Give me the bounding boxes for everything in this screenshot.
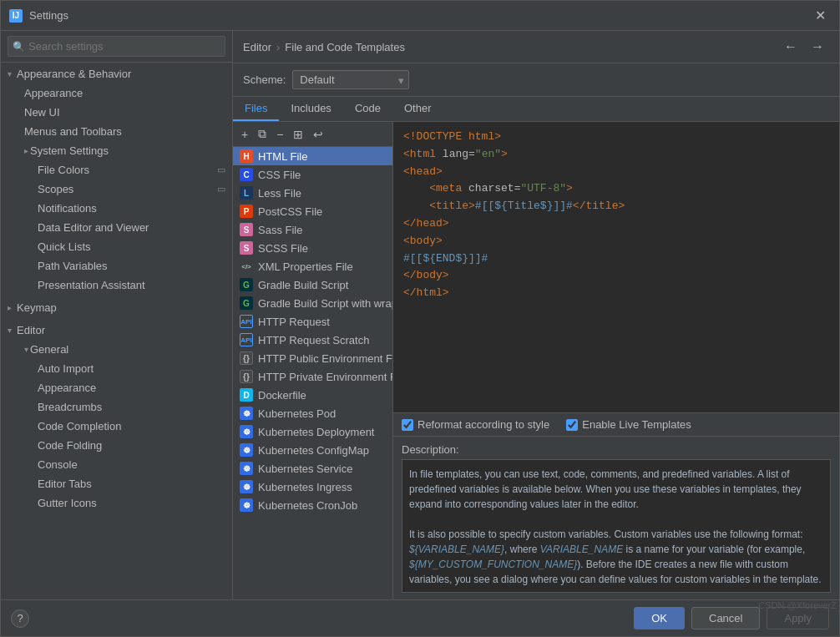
file-item-postcss[interactable]: PPostCSS File	[233, 202, 392, 220]
main-content: 🔍 ▾ Appearance & Behavior Appearance New…	[1, 31, 839, 599]
file-item-k8s-cronjob[interactable]: ☸Kubernetes CronJob	[233, 496, 392, 514]
file-label: Dockerfile	[258, 389, 306, 402]
file-item-gradle[interactable]: GGradle Build Script	[233, 276, 392, 294]
file-label: Kubernetes Ingress	[258, 481, 352, 493]
chevron-right-icon: ▸	[8, 303, 12, 312]
sidebar-item-editor[interactable]: ▾ Editor	[1, 321, 232, 340]
help-button[interactable]: ?	[11, 609, 29, 628]
chevron-right-icon: ▸	[24, 146, 28, 155]
ok-button[interactable]: OK	[634, 607, 685, 629]
file-item-k8s-ingress[interactable]: ☸Kubernetes Ingress	[233, 478, 392, 496]
file-label: HTTP Public Environment File	[258, 352, 392, 365]
sidebar-item-notifications[interactable]: Notifications	[1, 199, 232, 218]
sidebar-item-file-colors[interactable]: File Colors ▭	[1, 160, 232, 179]
file-item-k8s-configmap[interactable]: ☸Kubernetes ConfigMap	[233, 441, 392, 459]
file-item-less[interactable]: LLess File	[233, 184, 392, 202]
tab-code[interactable]: Code	[343, 97, 392, 121]
nav-section-editor: ▾ Editor ▾ General Auto Import Appearanc…	[1, 319, 232, 514]
sidebar-item-auto-import[interactable]: Auto Import	[1, 359, 232, 378]
close-button[interactable]: ✕	[810, 6, 831, 25]
sidebar-item-code-completion[interactable]: Code Completion	[1, 417, 232, 436]
file-icon-css: C	[240, 168, 253, 181]
live-templates-checkbox[interactable]	[566, 419, 578, 431]
sidebar-item-code-folding[interactable]: Code Folding	[1, 436, 232, 455]
remove-template-button[interactable]: −	[273, 126, 286, 143]
sidebar-item-breadcrumbs[interactable]: Breadcrumbs	[1, 397, 232, 417]
file-icon-http: {}	[240, 351, 253, 365]
sidebar-item-quick-lists[interactable]: Quick Lists	[1, 237, 232, 256]
sidebar-item-new-ui[interactable]: New UI	[1, 103, 232, 122]
file-item-http-request-scratch[interactable]: APIHTTP Request Scratch	[233, 331, 392, 349]
scheme-row: Scheme: Default Project	[233, 63, 839, 97]
tab-other[interactable]: Other	[392, 97, 443, 121]
chevron-down-icon: ▾	[24, 345, 28, 354]
panel-header: Editor › File and Code Templates ← →	[233, 31, 839, 63]
duplicate-template-button[interactable]: ⊞	[290, 126, 306, 143]
sidebar-item-system-settings[interactable]: ▸ System Settings	[1, 141, 232, 160]
back-button[interactable]: ←	[779, 38, 802, 56]
settings-dialog: IJ Settings ✕ 🔍 ▾ Appearance & Behavior	[0, 0, 840, 637]
cancel-button[interactable]: Cancel	[691, 607, 760, 629]
file-icon-html: H	[240, 149, 253, 163]
file-item-http-public[interactable]: {}HTTP Public Environment File	[233, 349, 392, 367]
sidebar-item-gutter-icons[interactable]: Gutter Icons	[1, 493, 232, 513]
title-bar: IJ Settings ✕	[1, 1, 839, 31]
scheme-select[interactable]: Default Project	[292, 70, 409, 89]
sidebar-item-general[interactable]: ▾ General	[1, 340, 232, 359]
sidebar-item-appearance[interactable]: Appearance	[1, 83, 232, 103]
nav-section-appearance-behavior: ▾ Appearance & Behavior Appearance New U…	[1, 63, 232, 296]
file-icon-api: API	[240, 333, 253, 346]
file-icon-k8s: ☸	[240, 425, 253, 438]
search-input[interactable]	[8, 36, 225, 57]
file-label: PostCSS File	[258, 205, 322, 218]
code-editor[interactable]: <!DOCTYPE html> <html lang="en"> <head> …	[393, 122, 839, 412]
description-box[interactable]: In file templates, you can use text, cod…	[402, 459, 831, 593]
reset-template-button[interactable]: ↩	[310, 126, 326, 143]
add-template-button[interactable]: +	[238, 126, 251, 143]
sidebar-item-editor-tabs[interactable]: Editor Tabs	[1, 474, 232, 493]
sidebar-item-menus-toolbars[interactable]: Menus and Toolbars	[1, 122, 232, 141]
forward-button[interactable]: →	[806, 38, 829, 56]
file-item-http-request[interactable]: APIHTTP Request	[233, 312, 392, 331]
tabs-row: Files Includes Code Other	[233, 97, 839, 122]
file-label: Kubernetes Service	[258, 463, 352, 475]
sidebar-item-scopes[interactable]: Scopes ▭	[1, 179, 232, 199]
file-item-scss[interactable]: SSCSS File	[233, 239, 392, 257]
file-icon-k8s: ☸	[240, 480, 253, 493]
sidebar-item-path-variables[interactable]: Path Variables	[1, 256, 232, 276]
live-templates-label[interactable]: Enable Live Templates	[566, 418, 691, 431]
file-label: HTTP Request	[258, 316, 330, 328]
sidebar-item-keymap[interactable]: ▸ Keymap	[1, 298, 232, 317]
sidebar-item-appearance-editor[interactable]: Appearance	[1, 378, 232, 397]
sidebar-item-data-editor[interactable]: Data Editor and Viewer	[1, 218, 232, 237]
file-item-gradle-wrap[interactable]: GGradle Build Script with wrap	[233, 294, 392, 312]
watermark: CSDN @XforeverZ	[755, 599, 840, 612]
file-item-dockerfile[interactable]: DDockerfile	[233, 386, 392, 404]
description-section: Description: In file templates, you can …	[393, 436, 839, 599]
file-item-k8s-pod[interactable]: ☸Kubernetes Pod	[233, 404, 392, 422]
tab-includes[interactable]: Includes	[279, 97, 342, 121]
file-icon-sass: S	[240, 223, 253, 236]
copy-template-button[interactable]: ⧉	[255, 125, 270, 143]
file-item-xml[interactable]: </>XML Properties File	[233, 257, 392, 276]
file-icon-xml: </>	[240, 260, 253, 273]
description-label: Description:	[402, 443, 831, 456]
reformat-checkbox[interactable]	[402, 419, 413, 431]
file-item-k8s-service[interactable]: ☸Kubernetes Service	[233, 459, 392, 478]
file-item-sass[interactable]: SSass File	[233, 220, 392, 239]
breadcrumb-separator: ›	[276, 41, 280, 53]
file-icon-gradle: G	[240, 278, 253, 291]
reformat-label[interactable]: Reformat according to style	[402, 418, 549, 431]
file-item-http-private[interactable]: {}HTTP Private Environment Fil	[233, 367, 392, 386]
sidebar-item-console[interactable]: Console	[1, 455, 232, 474]
file-icon-k8s: ☸	[240, 462, 253, 475]
sidebar-item-presentation-assistant[interactable]: Presentation Assistant	[1, 276, 232, 295]
file-item-html[interactable]: HHTML File	[233, 147, 392, 165]
file-label: Less File	[258, 187, 301, 200]
file-icon-gradle: G	[240, 296, 253, 310]
file-label: Gradle Build Script	[258, 279, 348, 291]
file-item-k8s-deployment[interactable]: ☸Kubernetes Deployment	[233, 422, 392, 441]
sidebar-item-appearance-behavior[interactable]: ▾ Appearance & Behavior	[1, 64, 232, 83]
file-item-css[interactable]: CCSS File	[233, 165, 392, 184]
tab-files[interactable]: Files	[233, 97, 279, 121]
